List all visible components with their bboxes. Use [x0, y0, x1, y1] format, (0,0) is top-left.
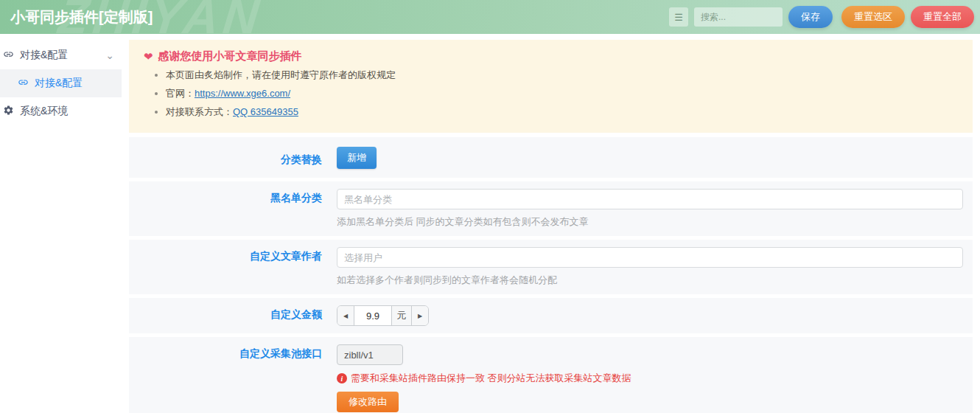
reset-all-button[interactable]: 重置全部	[911, 6, 974, 28]
sidebar-item-connect-config[interactable]: 对接&配置	[0, 69, 122, 97]
field-help-text: 如若选择多个作者则同步到的文章作者将会随机分配	[337, 274, 963, 287]
field-label: 自定义文章作者	[129, 240, 329, 294]
modify-route-button[interactable]: 修改路由	[337, 392, 399, 412]
page-title: 小哥同步插件[定制版]	[10, 7, 153, 27]
chevron-down-icon: ⌄	[105, 52, 114, 59]
field-label: 分类替换	[129, 137, 329, 178]
heart-icon: ❤	[144, 50, 153, 63]
thanks-notice: ❤ 感谢您使用小哥文章同步插件 本页面由炙焰制作，请在使用时遵守原作者的版权规定…	[129, 40, 973, 133]
row-category-replace: 分类替换 新增	[129, 137, 973, 178]
header-actions: ☰ 保存 重置选区 重置全部	[669, 6, 974, 28]
save-button[interactable]: 保存	[788, 6, 833, 28]
notice-item-website: 官网：https://www.xge6.com/	[166, 87, 958, 100]
row-custom-author: 自定义文章作者 如若选择多个作者则同步到的文章作者将会随机分配	[129, 240, 973, 294]
amount-unit-label: 元	[392, 306, 412, 325]
gear-icon	[3, 105, 14, 118]
row-blacklist-category: 黑名单分类 添加黑名单分类后 同步的文章分类如有包含则不会发布文章	[129, 181, 973, 236]
row-collection-api: 自定义采集池接口 i 需要和采集站插件路由保持一致 否则分站无法获取采集站文章数…	[129, 337, 973, 413]
api-warning-text: 需要和采集站插件路由保持一致 否则分站无法获取采集站文章数据	[351, 372, 631, 385]
field-label: 自定义金额	[129, 298, 329, 333]
notice-item-contact: 对接联系方式：QQ 635649355	[166, 105, 958, 119]
api-warning: i 需要和采集站插件路由保持一致 否则分站无法获取采集站文章数据	[337, 372, 963, 385]
notice-text: 本页面由炙焰制作，请在使用时遵守原作者的版权规定	[166, 69, 396, 80]
amount-increase-button[interactable]: ▶	[412, 306, 428, 325]
main-content: ❤ 感谢您使用小哥文章同步插件 本页面由炙焰制作，请在使用时遵守原作者的版权规定…	[122, 34, 980, 413]
notice-list: 本页面由炙焰制作，请在使用时遵守原作者的版权规定 官网：https://www.…	[166, 69, 958, 119]
official-site-link[interactable]: https://www.xge6.com/	[195, 88, 290, 99]
info-icon: i	[337, 373, 347, 384]
blacklist-category-input[interactable]	[337, 189, 963, 209]
amount-decrease-button[interactable]: ◀	[337, 306, 354, 325]
field-label: 黑名单分类	[129, 181, 329, 236]
qq-contact-link[interactable]: QQ 635649355	[233, 106, 298, 117]
reset-selection-button[interactable]: 重置选区	[841, 6, 905, 28]
add-category-button[interactable]: 新增	[337, 147, 377, 169]
notice-item-copyright: 本页面由炙焰制作，请在使用时遵守原作者的版权规定	[166, 69, 958, 82]
sidebar-item-label: 对接&配置	[35, 77, 83, 90]
notice-text: 对接联系方式：	[166, 106, 233, 117]
row-custom-amount: 自定义金额 ◀ 元 ▶	[129, 298, 973, 333]
link-icon	[18, 77, 29, 90]
notice-title: 感谢您使用小哥文章同步插件	[158, 49, 302, 63]
amount-stepper: ◀ 元 ▶	[337, 305, 429, 326]
field-label: 自定义采集池接口	[129, 337, 329, 413]
notice-text: 官网：	[166, 88, 195, 99]
sidebar-item-system-env[interactable]: 系统&环境	[0, 97, 122, 125]
custom-author-input[interactable]	[337, 247, 963, 268]
menu-icon[interactable]: ☰	[669, 7, 688, 27]
search-input[interactable]	[694, 7, 783, 27]
field-help-text: 添加黑名单分类后 同步的文章分类如有包含则不会发布文章	[337, 215, 963, 229]
sidebar: 对接&配置 ⌄ 对接&配置 系统&环境	[0, 34, 122, 413]
sidebar-item-label: 系统&环境	[20, 105, 68, 118]
sidebar-item-connect-config-parent[interactable]: 对接&配置 ⌄	[0, 41, 122, 69]
notice-title-row: ❤ 感谢您使用小哥文章同步插件	[144, 49, 958, 63]
header-bar: ZHIYAN 小哥同步插件[定制版] ☰ 保存 重置选区 重置全部	[0, 0, 980, 34]
link-icon	[3, 49, 14, 62]
collection-api-input[interactable]	[337, 344, 403, 365]
amount-value-input[interactable]	[354, 306, 392, 325]
sidebar-item-label: 对接&配置	[20, 49, 68, 62]
